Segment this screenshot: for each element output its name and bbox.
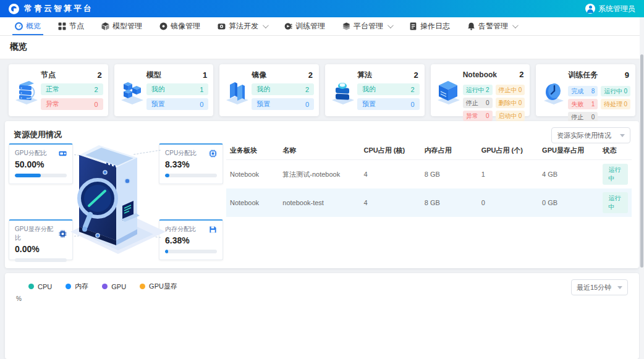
image-disc-icon — [159, 22, 167, 30]
stat-badge: 失败1 — [568, 99, 598, 109]
progress-track — [165, 250, 217, 253]
nav-tab-alert-management[interactable]: 告警管理 — [462, 17, 522, 35]
stat-badge: 预置0 — [252, 98, 314, 110]
nav-tab-overview[interactable]: 概览 — [10, 17, 46, 35]
card-title: Notebook — [463, 70, 497, 79]
stat-badge: 预置0 — [146, 98, 209, 110]
gauge-vram-allocation: GPU显存分配比 0.00% — [9, 219, 73, 260]
gauge-value: 50.00% — [15, 159, 67, 169]
resource-filter-dropdown[interactable]: 资源实际使用情况 — [551, 127, 630, 143]
legend-item-vram[interactable]: GPU显存 — [140, 282, 177, 291]
card-algorithms[interactable]: 算法 2 我的2 预置0 — [325, 64, 425, 116]
nav-tab-nodes[interactable]: 节点 — [53, 17, 89, 35]
stat-badge: 运行中2 — [463, 85, 493, 95]
card-title: 节点 — [41, 70, 56, 80]
resource-section-title: 资源使用情况 — [14, 129, 62, 140]
stat-badge: 预置0 — [357, 98, 420, 110]
gauge-memory-allocation: 内存分配比 6.38% — [159, 219, 223, 260]
nav-tab-platform-management[interactable]: 平台管理 — [337, 17, 397, 35]
col-vram: GPU显存占用 — [538, 142, 599, 160]
nav-tab-image-management[interactable]: 镜像管理 — [155, 17, 205, 35]
scrollbar-thumb[interactable] — [640, 54, 643, 268]
card-images[interactable]: 镜像 2 我的2 预置0 — [219, 64, 319, 116]
col-module: 业务板块 — [226, 142, 279, 160]
card-count: 2 — [308, 70, 313, 80]
stat-badge: 正常2 — [41, 83, 103, 95]
page-title-bar: 概览 — [0, 36, 644, 59]
stat-badge: 异常0 — [463, 111, 493, 121]
resource-table: 业务板块 名称 CPU占用 (核) 内存占用 GPU占用 (个) GPU显存占用… — [226, 142, 632, 217]
card-count: 1 — [203, 70, 207, 80]
y-axis-unit-label: % — [16, 295, 22, 302]
card-count: 2 — [97, 70, 101, 80]
nav-tab-training-management[interactable]: 训练管理 — [279, 17, 330, 35]
card-notebook[interactable]: Notebook 2 运行中2 停止0 异常0 停止中0 删除中0 启动中0 — [431, 64, 530, 116]
overview-cards-row: 节点 2 正常2 异常0 模型 1 我的1 预置0 镜像 2 — [0, 59, 644, 116]
card-title: 算法 — [357, 70, 372, 80]
model-cube-icon — [101, 22, 109, 30]
chevron-down-icon — [263, 22, 269, 28]
stat-badge: 运行中0 — [601, 86, 630, 96]
progress-fill — [15, 174, 41, 177]
stat-badge: 异常0 — [41, 98, 103, 110]
stat-badge: 我的2 — [357, 83, 420, 95]
gauge-value: 6.38% — [165, 235, 217, 245]
log-doc-icon — [409, 22, 417, 30]
col-memory: 内存占用 — [421, 142, 478, 160]
legend-dot — [140, 284, 145, 289]
resource-usage-panel: 资源使用情况 资源实际使用情况 GPU分配比 50.00% CPU分配比 8.3… — [5, 121, 639, 268]
col-status: 状态 — [599, 142, 632, 160]
nav-tab-model-management[interactable]: 模型管理 — [96, 17, 147, 35]
nodes-icon — [58, 22, 66, 30]
chevron-down-icon — [512, 22, 519, 28]
card-nodes[interactable]: 节点 2 正常2 异常0 — [9, 64, 108, 116]
training-icon — [284, 22, 292, 30]
stat-badge: 停止中0 — [496, 85, 525, 95]
card-training-tasks[interactable]: 训练任务 9 完成8 失败1 停止0 运行中0 待处理0 — [536, 64, 635, 116]
card-count: 9 — [625, 70, 629, 80]
legend-item-cpu[interactable]: CPU — [28, 283, 52, 290]
main-nav: 概览 节点 模型管理 镜像管理 算法开发 训练管理 平台管理 操作日志 告警管理 — [0, 17, 644, 36]
col-name: 名称 — [279, 142, 360, 160]
user-name: 系统管理员 — [598, 4, 635, 14]
stat-badge: 停止0 — [463, 98, 493, 108]
nav-tab-operation-logs[interactable]: 操作日志 — [404, 17, 455, 35]
legend-dot — [28, 284, 34, 289]
col-cpu: CPU占用 (核) — [360, 142, 420, 160]
alert-bell-icon — [467, 22, 475, 30]
legend-dot — [102, 284, 108, 289]
algorithm-server-illustration — [329, 70, 357, 111]
nav-tab-algorithm-dev[interactable]: 算法开发 — [213, 17, 272, 35]
legend-item-memory[interactable]: 内存 — [66, 282, 88, 291]
chevron-down-icon — [388, 22, 394, 28]
gauge-value: 8.33% — [165, 159, 217, 169]
card-count: 2 — [413, 70, 418, 80]
memory-icon — [209, 226, 217, 234]
legend-item-gpu[interactable]: GPU — [102, 283, 126, 290]
gpu-card-icon — [59, 150, 67, 158]
table-header-row: 业务板块 名称 CPU占用 (核) 内存占用 GPU占用 (个) GPU显存占用… — [226, 142, 632, 160]
chart-legend: CPU 内存 GPU GPU显存 — [28, 282, 177, 291]
stat-badge: 待处理0 — [601, 99, 630, 109]
table-row[interactable]: Notebook notebook-test 4 8 GB 0 0 GB 运行中 — [226, 188, 632, 217]
vertical-scrollbar[interactable] — [640, 17, 644, 359]
stat-badge: 我的2 — [252, 83, 314, 95]
card-models[interactable]: 模型 1 我的1 预置0 — [114, 64, 214, 116]
progress-track — [15, 258, 67, 262]
status-badge: 运行中 — [603, 164, 628, 185]
notebook-cube-illustration — [434, 70, 463, 111]
col-gpu: GPU占用 (个) — [478, 142, 538, 160]
logo-icon — [9, 4, 19, 14]
chevron-down-icon — [617, 286, 622, 289]
app-title: 常青云智算平台 — [24, 3, 93, 14]
card-title: 模型 — [146, 70, 161, 80]
card-count: 2 — [519, 70, 523, 79]
gauge-gpu-allocation: GPU分配比 50.00% — [9, 143, 73, 184]
stat-badge: 完成8 — [568, 86, 598, 96]
progress-track — [15, 174, 67, 177]
user-menu[interactable]: 系统管理员 — [585, 4, 635, 14]
table-row[interactable]: Notebook 算法测试-notebook 4 8 GB 1 4 GB 运行中 — [226, 160, 632, 189]
top-header-bar: 常青云智算平台 系统管理员 — [0, 0, 644, 17]
time-range-dropdown[interactable]: 最近15分钟 — [571, 279, 628, 295]
page-title: 概览 — [10, 41, 634, 53]
